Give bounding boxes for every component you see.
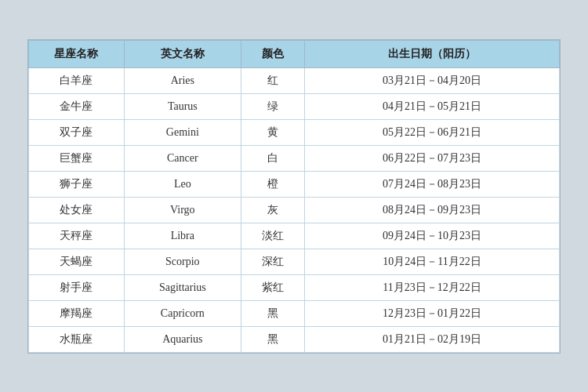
cell-chinese: 摩羯座 xyxy=(29,300,125,326)
cell-english: Virgo xyxy=(124,197,241,223)
cell-chinese: 狮子座 xyxy=(29,171,125,197)
cell-color: 黑 xyxy=(241,326,304,352)
cell-date: 04月21日－05月21日 xyxy=(305,93,560,119)
cell-english: Taurus xyxy=(124,93,241,119)
cell-color: 紫红 xyxy=(241,274,304,300)
cell-chinese: 天秤座 xyxy=(29,223,125,249)
cell-color: 淡红 xyxy=(241,223,304,249)
cell-color: 白 xyxy=(241,145,304,171)
cell-english: Capricorn xyxy=(124,300,241,326)
table-header-row: 星座名称 英文名称 颜色 出生日期（阳历） xyxy=(29,40,560,67)
cell-date: 11月23日－12月22日 xyxy=(305,274,560,300)
header-english: 英文名称 xyxy=(124,40,241,67)
table-row: 摩羯座Capricorn黑12月23日－01月22日 xyxy=(29,300,560,326)
zodiac-table: 星座名称 英文名称 颜色 出生日期（阳历） 白羊座Aries红03月21日－04… xyxy=(28,40,560,353)
table-row: 天秤座Libra淡红09月24日－10月23日 xyxy=(29,223,560,249)
cell-color: 深红 xyxy=(241,249,304,274)
cell-color: 绿 xyxy=(241,93,304,119)
cell-english: Gemini xyxy=(124,119,241,145)
header-color: 颜色 xyxy=(241,40,304,67)
cell-chinese: 金牛座 xyxy=(29,93,125,119)
cell-chinese: 巨蟹座 xyxy=(29,145,125,171)
cell-english: Leo xyxy=(124,171,241,197)
table-row: 白羊座Aries红03月21日－04月20日 xyxy=(29,67,560,93)
cell-english: Aquarius xyxy=(124,326,241,352)
cell-date: 03月21日－04月20日 xyxy=(305,67,560,93)
table-row: 射手座Sagittarius紫红11月23日－12月22日 xyxy=(29,274,560,300)
cell-chinese: 水瓶座 xyxy=(29,326,125,352)
cell-color: 黑 xyxy=(241,300,304,326)
cell-color: 灰 xyxy=(241,197,304,223)
header-date: 出生日期（阳历） xyxy=(305,40,560,67)
cell-chinese: 射手座 xyxy=(29,274,125,300)
cell-date: 07月24日－08月23日 xyxy=(305,171,560,197)
cell-date: 12月23日－01月22日 xyxy=(305,300,560,326)
table-row: 巨蟹座Cancer白06月22日－07月23日 xyxy=(29,145,560,171)
cell-date: 09月24日－10月23日 xyxy=(305,223,560,249)
cell-color: 红 xyxy=(241,67,304,93)
table-row: 双子座Gemini黄05月22日－06月21日 xyxy=(29,119,560,145)
table-row: 金牛座Taurus绿04月21日－05月21日 xyxy=(29,93,560,119)
cell-date: 01月21日－02月19日 xyxy=(305,326,560,352)
cell-date: 06月22日－07月23日 xyxy=(305,145,560,171)
cell-english: Aries xyxy=(124,67,241,93)
cell-date: 08月24日－09月23日 xyxy=(305,197,560,223)
table-row: 天蝎座Scorpio深红10月24日－11月22日 xyxy=(29,249,560,274)
cell-english: Sagittarius xyxy=(124,274,241,300)
cell-english: Scorpio xyxy=(124,249,241,274)
cell-chinese: 处女座 xyxy=(29,197,125,223)
cell-chinese: 双子座 xyxy=(29,119,125,145)
cell-chinese: 天蝎座 xyxy=(29,249,125,274)
table-row: 狮子座Leo橙07月24日－08月23日 xyxy=(29,171,560,197)
header-chinese: 星座名称 xyxy=(29,40,125,67)
zodiac-table-container: 星座名称 英文名称 颜色 出生日期（阳历） 白羊座Aries红03月21日－04… xyxy=(27,39,561,354)
cell-date: 10月24日－11月22日 xyxy=(305,249,560,274)
cell-color: 黄 xyxy=(241,119,304,145)
cell-english: Cancer xyxy=(124,145,241,171)
cell-chinese: 白羊座 xyxy=(29,67,125,93)
table-row: 水瓶座Aquarius黑01月21日－02月19日 xyxy=(29,326,560,352)
table-row: 处女座Virgo灰08月24日－09月23日 xyxy=(29,197,560,223)
cell-english: Libra xyxy=(124,223,241,249)
cell-color: 橙 xyxy=(241,171,304,197)
cell-date: 05月22日－06月21日 xyxy=(305,119,560,145)
